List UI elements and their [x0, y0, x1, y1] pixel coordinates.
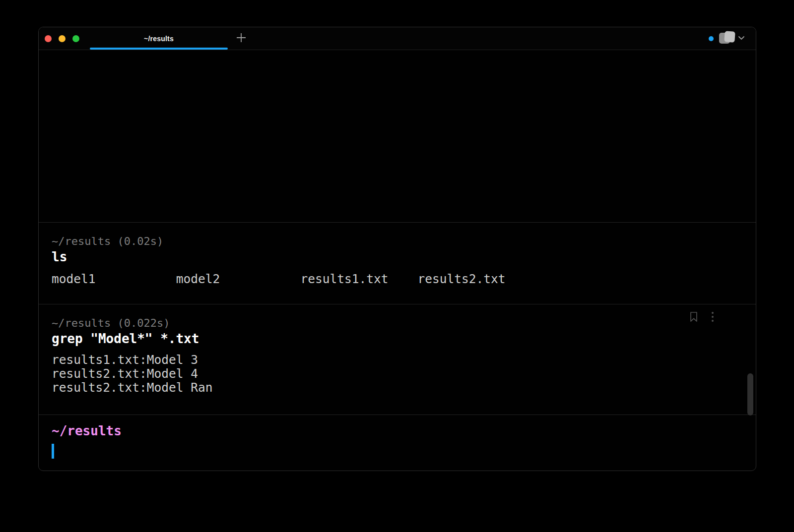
block-command: grep "Model*" *.txt [52, 331, 743, 346]
terminal-window: ~/results [38, 27, 756, 471]
chevron-down-icon [738, 35, 745, 42]
block-output: results1.txt:Model 3 results2.txt:Model … [52, 353, 743, 395]
text-cursor [52, 444, 54, 459]
bookmark-button[interactable] [689, 311, 698, 324]
command-block-ls: ~/results (0.02s) ls model1 model2 resul… [39, 222, 756, 304]
block-context: ~/results (0.02s) [52, 235, 743, 248]
empty-scrollback [39, 50, 756, 222]
block-output: model1 model2 results1.txt results2.txt [52, 272, 743, 286]
close-button[interactable] [45, 35, 52, 42]
tab-title: ~/results [144, 35, 174, 43]
workspace-menu-button[interactable] [718, 31, 745, 46]
command-input[interactable] [52, 444, 743, 459]
titlebar-right-cluster [709, 31, 756, 46]
kebab-menu-icon [711, 311, 714, 324]
scrollbar-thumb[interactable] [747, 373, 753, 415]
zoom-button[interactable] [72, 35, 79, 42]
plus-icon [235, 32, 247, 45]
prompt-path: ~/results [52, 424, 743, 438]
tab-results[interactable]: ~/results [90, 27, 228, 50]
panes-icon [718, 31, 736, 46]
new-tab-button[interactable] [233, 30, 250, 47]
block-context: ~/results (0.022s) [52, 316, 743, 330]
notification-dot-icon [709, 36, 714, 41]
block-command: ls [52, 249, 743, 264]
block-menu-button[interactable] [711, 311, 714, 324]
block-actions [689, 311, 714, 324]
traffic-lights [39, 35, 90, 42]
command-block-grep: ~/results (0.022s) grep "Model*" *.txt r… [39, 304, 756, 414]
prompt-block: ~/results [39, 414, 756, 459]
minimize-button[interactable] [59, 35, 66, 42]
terminal-content: ~/results (0.02s) ls model1 model2 resul… [39, 50, 756, 459]
bookmark-icon [689, 311, 698, 324]
titlebar: ~/results [39, 27, 756, 50]
active-tab-indicator [90, 48, 228, 50]
